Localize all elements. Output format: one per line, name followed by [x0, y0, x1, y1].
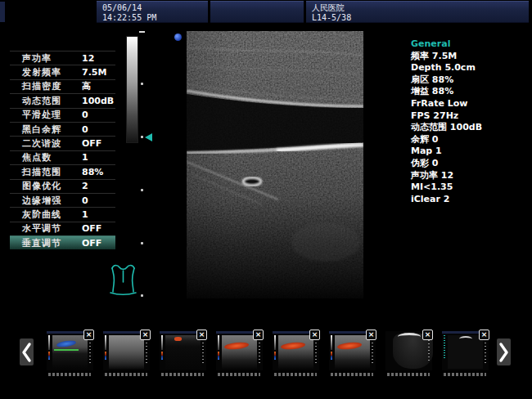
- info-panel-lines: 频率 7.5M Depth 5.0cm 扇区 88% 增益 88% FrRate…: [411, 51, 530, 206]
- thumbnail-close-button[interactable]: ×: [140, 330, 151, 340]
- sidebar-row-9[interactable]: 图像优化 2: [10, 179, 115, 193]
- sidebar-row-label: 水平调节: [22, 222, 61, 235]
- mini-grayscale-bar: [161, 335, 163, 350]
- info-panel-line: iClear 2: [411, 194, 530, 206]
- thumbnail-close-button[interactable]: ×: [309, 330, 320, 340]
- sidebar-row-6[interactable]: 二次谐波 OFF: [10, 136, 115, 150]
- sidebar-row-label: 扫描范围: [22, 166, 61, 178]
- thumbnail-5[interactable]: ×: [273, 331, 319, 379]
- sidebar-row-12[interactable]: 水平调节 OFF: [10, 222, 115, 235]
- thumbnail-caption: [161, 373, 204, 376]
- sidebar-row-4[interactable]: 平滑处理 0: [10, 108, 115, 122]
- sidebar-row-value: 2: [82, 181, 88, 191]
- info-panel-line: 余辉 0: [411, 134, 530, 146]
- thumbnail-6[interactable]: ×: [329, 331, 376, 379]
- mini-doppler-red-blob: [337, 341, 363, 350]
- thumbnail-frame: ×: [329, 331, 376, 370]
- filmstrip-next-button[interactable]: [497, 338, 511, 365]
- sidebar-row-5[interactable]: 黑白余辉 0: [10, 122, 115, 136]
- sidebar-row-label: 二次谐波: [22, 137, 61, 150]
- thumbnail-2[interactable]: ×: [103, 331, 150, 379]
- topbar-left-strip: [0, 2, 5, 22]
- thumbnail-scale-column: [385, 331, 391, 368]
- sidebar-row-11[interactable]: 灰阶曲线 1: [10, 207, 115, 221]
- parameter-menu: 声功率 12 发射频率 7.5M 扫描密度 高 动态范围 100dB 平滑处理 …: [10, 51, 115, 249]
- mini-grayscale-bar: [105, 335, 106, 350]
- sidebar-row-8[interactable]: 扫描范围 88%: [10, 164, 115, 178]
- thumbnail-image: [448, 335, 483, 369]
- mini-colorbar: [48, 352, 50, 360]
- sidebar-row-value: OFF: [82, 238, 101, 249]
- sidebar-row-value: 0: [82, 124, 88, 135]
- thumbnail-8[interactable]: ×: [442, 331, 489, 379]
- mini-colorbar: [331, 352, 332, 360]
- depth-tick: [141, 189, 143, 191]
- sidebar-row-3[interactable]: 动态范围 100dB: [10, 93, 115, 107]
- sidebar-row-label: 垂直调节: [22, 237, 61, 249]
- thumbnail-image: [52, 335, 88, 369]
- sidebar-row-label: 图像优化: [22, 180, 61, 192]
- thumbnail-close-button[interactable]: ×: [366, 330, 376, 340]
- thumbnail-scale-column: [103, 334, 109, 370]
- sidebar-row-13[interactable]: 垂直调节 OFF: [10, 235, 115, 249]
- thumbnail-1[interactable]: ×: [47, 331, 93, 379]
- thumbnail-scale-column: [47, 334, 52, 370]
- info-panel-line: 声功率 12: [411, 170, 530, 182]
- sidebar-row-0[interactable]: 声功率 12: [10, 51, 115, 65]
- thumbnail-close-button[interactable]: ×: [479, 330, 489, 340]
- mini-grayscale-bar: [444, 335, 445, 358]
- mini-grayscale-bar: [274, 335, 276, 350]
- info-panel-line: 动态范围 100dB: [411, 122, 530, 134]
- hospital-name-text: 人民医院: [312, 3, 529, 13]
- thumbnail-caption: [218, 373, 260, 376]
- depth-tick: [141, 242, 143, 244]
- info-panel-line: Map 1: [411, 146, 530, 158]
- thumbnail-close-button[interactable]: ×: [253, 330, 264, 340]
- sidebar-row-value: 100dB: [82, 96, 114, 106]
- thumbnail-frame: ×: [273, 331, 319, 370]
- sidebar-row-value: 0: [82, 110, 88, 120]
- sidebar-row-1[interactable]: 发射频率 7.5M: [10, 65, 115, 78]
- thumbnail-frame: ×: [216, 331, 263, 370]
- probe-orientation-marker: [174, 34, 182, 41]
- sidebar-row-label: 焦点数: [22, 151, 52, 164]
- sidebar-row-2[interactable]: 扫描密度 高: [10, 79, 115, 93]
- sidebar-row-label: 声功率: [22, 52, 52, 65]
- info-panel-line: 扇区 88%: [411, 74, 530, 87]
- sidebar-row-label: 黑白余辉: [22, 123, 61, 136]
- mini-probe-arc: [459, 336, 472, 342]
- sidebar-row-value: 高: [82, 80, 91, 92]
- mini-grayscale-bar: [218, 335, 219, 350]
- time-text: 14:22:55 PM: [102, 13, 208, 23]
- ultrasound-app-screen: 05/06/14 14:22:55 PM 人民医院 L14-5/38 声功率 1…: [0, 0, 532, 399]
- thumbnail-3[interactable]: ×: [160, 331, 206, 379]
- info-panel-line: 频率 7.5M: [411, 51, 530, 63]
- depth-tick: [141, 136, 143, 138]
- thumbnail-frame: ×: [47, 331, 93, 370]
- sidebar-row-10[interactable]: 边缘增强 0: [10, 193, 115, 207]
- thumbnail-image: [391, 333, 426, 366]
- thumbnail-close-button[interactable]: ×: [422, 330, 433, 340]
- sidebar-row-value: OFF: [82, 223, 101, 234]
- sidebar-row-value: 12: [82, 53, 94, 64]
- depth-tick: [141, 83, 143, 85]
- sidebar-row-7[interactable]: 焦点数 1: [10, 150, 115, 164]
- thumbnail-image: [222, 335, 257, 369]
- thumbnail-close-button[interactable]: ×: [196, 330, 207, 340]
- thumbnail-image: [278, 335, 313, 369]
- mini-grayscale-bar: [331, 335, 332, 350]
- thumbnail-caption: [48, 373, 91, 376]
- sidebar-row-value: 0: [82, 195, 88, 206]
- info-panel-line: FrRate Low: [411, 98, 530, 110]
- info-panel-line: MI<1.35: [411, 182, 530, 194]
- thumbnail-caption: [105, 373, 147, 376]
- filmstrip-prev-button[interactable]: [20, 338, 34, 365]
- mini-trace-line: [54, 349, 79, 351]
- thumbnail-scale-column: [216, 334, 222, 370]
- thumbnail-scale-column: [329, 334, 335, 370]
- thumbnail-close-button[interactable]: ×: [83, 330, 94, 340]
- thumbnail-4[interactable]: ×: [216, 331, 263, 379]
- sidebar-row-value: OFF: [82, 138, 101, 149]
- thumbnail-image: [165, 335, 201, 369]
- thumbnail-7[interactable]: ×: [385, 331, 432, 379]
